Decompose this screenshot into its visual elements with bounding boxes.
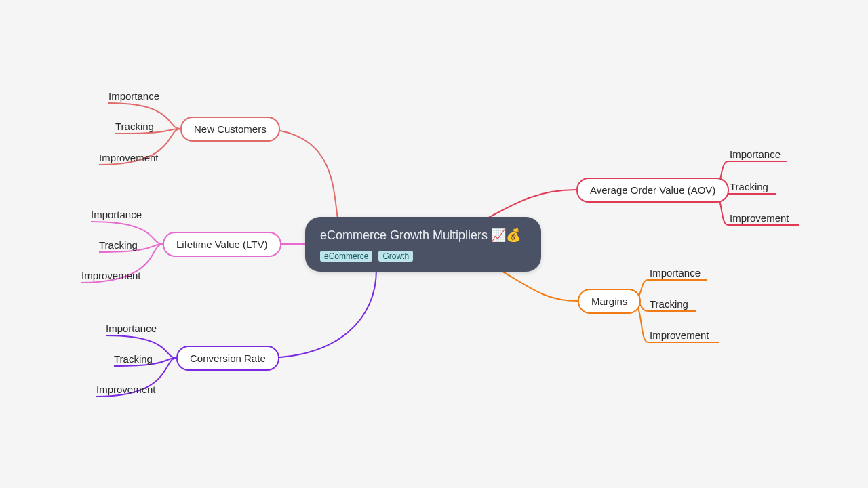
leaf-aov-improvement[interactable]: Improvement: [730, 212, 789, 224]
leaf-aov-tracking[interactable]: Tracking: [730, 181, 768, 192]
branch-label: Lifetime Value (LTV): [176, 239, 268, 250]
branch-conversion[interactable]: Conversion Rate: [176, 346, 279, 371]
leaf-aov-importance[interactable]: Importance: [730, 148, 781, 160]
root-tags: eCommerce Growth: [320, 248, 526, 262]
leaf-conversion-importance[interactable]: Importance: [106, 323, 157, 334]
branch-aov[interactable]: Average Order Value (AOV): [576, 178, 729, 203]
branch-label: Margins: [591, 296, 627, 307]
branch-label: Conversion Rate: [190, 352, 266, 364]
leaf-ltv-tracking[interactable]: Tracking: [99, 239, 138, 251]
branch-label: Average Order Value (AOV): [590, 184, 715, 196]
branch-new-customers[interactable]: New Customers: [180, 117, 280, 142]
leaf-margins-improvement[interactable]: Improvement: [650, 329, 709, 341]
leaf-new-customers-importance[interactable]: Importance: [108, 90, 159, 102]
leaf-conversion-tracking[interactable]: Tracking: [114, 353, 153, 365]
branch-label: New Customers: [194, 123, 267, 135]
leaf-new-customers-improvement[interactable]: Improvement: [99, 152, 159, 163]
root-title: eCommerce Growth Multipliers 📈💰: [320, 228, 526, 243]
branch-ltv[interactable]: Lifetime Value (LTV): [163, 232, 281, 257]
branch-margins[interactable]: Margins: [578, 289, 641, 314]
leaf-ltv-importance[interactable]: Importance: [91, 209, 142, 220]
leaf-margins-tracking[interactable]: Tracking: [650, 298, 688, 310]
leaf-conversion-improvement[interactable]: Improvement: [96, 384, 156, 395]
leaf-margins-importance[interactable]: Importance: [650, 267, 701, 279]
tag-growth[interactable]: Growth: [378, 251, 413, 262]
tag-ecommerce[interactable]: eCommerce: [320, 251, 372, 262]
leaf-ltv-improvement[interactable]: Improvement: [81, 270, 141, 281]
root-node[interactable]: eCommerce Growth Multipliers 📈💰 eCommerc…: [305, 217, 541, 272]
leaf-new-customers-tracking[interactable]: Tracking: [115, 121, 154, 132]
